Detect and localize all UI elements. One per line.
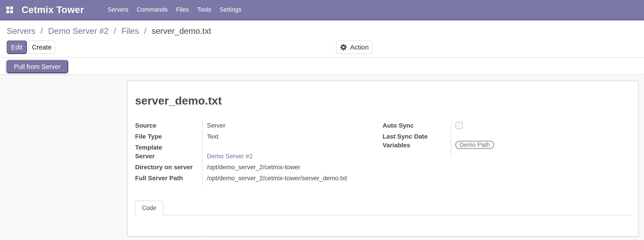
field-label: Directory on server <box>135 163 202 171</box>
field-row-server: Server Demo Server #2 <box>135 152 382 160</box>
breadcrumb-files[interactable]: Files <box>122 26 139 36</box>
field-value <box>450 132 455 140</box>
apps-grid-square <box>6 10 9 13</box>
field-row-template: Template <box>135 143 382 151</box>
field-separator-line <box>450 120 451 156</box>
variable-tag: Demo Path <box>455 141 494 149</box>
edit-button[interactable]: Edit <box>7 40 27 54</box>
breadcrumb-servers[interactable]: Servers <box>7 26 35 36</box>
menu-item-tools[interactable]: Tools <box>197 6 211 13</box>
top-navbar: Cetmix Tower Servers Commands Files Tool… <box>0 0 644 20</box>
breadcrumb-current: server_demo.txt <box>152 26 211 36</box>
create-button[interactable]: Create <box>28 40 55 54</box>
gear-icon <box>340 44 347 51</box>
field-separator-line <box>202 120 202 185</box>
breadcrumb-separator: / <box>38 26 46 36</box>
main-menu: Servers Commands Files Tools Settings <box>108 6 242 13</box>
field-row-directory: Directory on server /opt/demo_server_2/c… <box>135 163 382 171</box>
menu-item-commands[interactable]: Commands <box>137 6 168 13</box>
record-title: server_demo.txt <box>135 94 630 108</box>
apps-grid-square <box>10 6 13 9</box>
menu-item-servers[interactable]: Servers <box>108 6 128 13</box>
menu-item-files[interactable]: Files <box>176 6 189 13</box>
field-group-right: Auto Sync Last Sync Date Variables Demo … <box>382 121 630 185</box>
field-value: /opt/demo_server_2/cetmix-tower/server_d… <box>202 174 347 182</box>
field-label: File Type <box>135 132 202 140</box>
field-group-left: Source Server File Type Text Template Se… <box>135 121 382 185</box>
control-panel: Servers / Demo Server #2 / Files / serve… <box>0 20 644 58</box>
field-label: Auto Sync <box>382 121 450 129</box>
form-sheet: server_demo.txt Source Server File Type … <box>127 81 638 237</box>
field-row-full-path: Full Server Path /opt/demo_server_2/cetm… <box>135 174 382 182</box>
menu-item-settings[interactable]: Settings <box>220 6 242 13</box>
apps-grid-square <box>6 6 9 9</box>
field-label: Source <box>135 121 202 129</box>
breadcrumb-separator: / <box>141 26 149 36</box>
field-value: /opt/demo_server_2/cetmix-tower <box>202 163 300 171</box>
field-row-file-type: File Type Text <box>135 132 382 140</box>
field-row-last-sync-date: Last Sync Date <box>382 132 630 140</box>
field-row-variables: Variables Demo Path <box>382 141 630 149</box>
server-record-link[interactable]: Demo Server #2 <box>202 152 253 160</box>
field-value: Text <box>202 132 218 140</box>
form-view-background: server_demo.txt Source Server File Type … <box>0 75 644 240</box>
field-groups: Source Server File Type Text Template Se… <box>135 121 630 185</box>
apps-grid-icon[interactable] <box>6 6 13 13</box>
field-label: Variables <box>382 141 450 149</box>
app-brand[interactable]: Cetmix Tower <box>22 4 84 15</box>
field-label: Full Server Path <box>135 174 202 182</box>
pull-from-server-button[interactable]: Pull from Server <box>7 60 68 73</box>
apps-grid-square <box>10 10 13 13</box>
field-value <box>202 143 207 151</box>
breadcrumb: Servers / Demo Server #2 / Files / serve… <box>0 20 644 36</box>
auto-sync-checkbox[interactable] <box>455 121 463 129</box>
field-value: Server <box>202 121 225 129</box>
action-button-label: Action <box>350 43 369 51</box>
tab-code[interactable]: Code <box>135 201 163 215</box>
breadcrumb-demo-server[interactable]: Demo Server #2 <box>48 26 108 36</box>
field-row-auto-sync: Auto Sync <box>382 121 630 129</box>
field-label: Template <box>135 143 202 151</box>
notebook-tab-bar: Code <box>135 201 632 215</box>
action-button[interactable]: Action <box>336 40 373 54</box>
breadcrumb-separator: / <box>111 26 119 36</box>
workflow-button-row: Pull from Server <box>0 58 644 75</box>
field-label: Server <box>135 152 202 160</box>
field-row-source: Source Server <box>135 121 382 129</box>
field-label: Last Sync Date <box>382 132 450 140</box>
